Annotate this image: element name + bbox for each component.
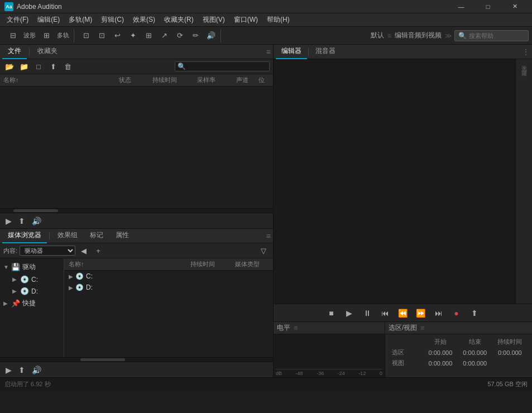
media-panel-tabs: 媒体浏览器 效果组 标记 属性 ≡ <box>0 229 273 243</box>
record-btn[interactable]: ● <box>449 306 464 320</box>
list-item-d[interactable]: ▶ 💿 D: <box>64 282 273 293</box>
maximize-button[interactable]: □ <box>475 0 501 13</box>
menu-edit[interactable]: 编辑(E) <box>33 14 64 26</box>
new-file-btn[interactable]: 📂 <box>3 61 16 72</box>
move-btn[interactable]: ⬆ <box>47 61 59 72</box>
nav-back-btn[interactable]: ◀ <box>78 245 90 256</box>
tool-btn-1[interactable]: ⊡ <box>79 29 93 42</box>
play-transport-btn[interactable]: ▶ <box>342 306 357 320</box>
new-session-btn[interactable]: □ <box>32 61 45 72</box>
file-search-icon: 🔍 <box>178 63 186 70</box>
file-search-input[interactable] <box>188 63 266 70</box>
close-button[interactable]: ✕ <box>502 0 528 13</box>
media-volume-btn[interactable]: 🔊 <box>31 364 42 376</box>
menu-multitrack[interactable]: 多轨(M) <box>64 14 97 26</box>
open-file-btn[interactable]: 📁 <box>18 61 30 72</box>
tree-label-c: C: <box>31 276 38 284</box>
editor-tabs: 编辑器 混音器 ⋮ <box>274 45 532 59</box>
menu-view[interactable]: 视图(V) <box>198 14 229 26</box>
tab-media-browser[interactable]: 媒体浏览器 <box>2 228 47 243</box>
workspace-area: 默认 ≡ 编辑音频到视频 ≫ <box>371 31 452 40</box>
minimize-button[interactable]: — <box>448 0 474 13</box>
tab-properties[interactable]: 属性 <box>110 228 135 243</box>
view-end-value[interactable]: 0:00.000 <box>458 358 492 368</box>
col-channel-header: 声道 <box>236 76 258 84</box>
col-sample-header: 采样率 <box>197 76 236 84</box>
menu-file[interactable]: 文件(F) <box>2 14 33 26</box>
content-select[interactable]: 驱动器 <box>20 246 75 256</box>
selection-menu-icon[interactable]: ≡ <box>420 324 425 332</box>
workspace-action[interactable]: 编辑音频到视频 <box>395 31 442 40</box>
file-panel-menu-icon[interactable]: ≡ <box>266 47 271 56</box>
expand-icon-drive: ▼ <box>3 264 9 270</box>
menu-window[interactable]: 窗口(W) <box>229 14 262 26</box>
view-row-label: 视图 <box>390 358 423 368</box>
play-btn[interactable]: ▶ <box>4 215 13 227</box>
media-play-btn[interactable]: ▶ <box>4 364 13 376</box>
nav-add-btn[interactable]: + <box>92 245 104 256</box>
media-left-tree: ▼ 💾 驱动 ▶ 💿 C: ▶ 💿 D: <box>0 258 64 357</box>
list-col-duration: 持续时间 <box>190 260 235 268</box>
col-duration-header: 持续时间 <box>152 76 197 84</box>
menu-favorites[interactable]: 收藏夹(R) <box>160 14 198 26</box>
d-drive-icon: 💿 <box>20 287 29 295</box>
tab-file[interactable]: 文件 <box>2 44 27 59</box>
tab-markers[interactable]: 标记 <box>84 228 109 243</box>
back-btn[interactable]: ⏪ <box>396 306 410 320</box>
export-transport-btn[interactable]: ⬆ <box>467 306 482 320</box>
waveform-icon[interactable]: ⊟ <box>6 29 20 42</box>
forward-btn[interactable]: ⏩ <box>414 306 428 320</box>
file-table-body <box>0 87 273 208</box>
tab-favorites[interactable]: 收藏夹 <box>32 44 63 59</box>
selection-body: 开始 结束 持续时间 选区 0:00.000 0:00.000 0:00.000 <box>385 334 532 377</box>
tree-item-shortcuts[interactable]: ▶ 📌 快捷 <box>0 297 64 310</box>
transport-bar: ■ ▶ ⏸ ⏮ ⏪ ⏩ ⏭ ● ⬆ <box>274 304 532 321</box>
tool-btn-4[interactable]: ✦ <box>126 29 140 42</box>
delete-btn[interactable]: 🗑 <box>61 61 74 72</box>
help-search-input[interactable] <box>469 32 525 39</box>
pause-btn[interactable]: ⏸ <box>360 306 375 320</box>
d-icon: 💿 <box>75 284 84 291</box>
level-menu-icon[interactable]: ≡ <box>294 324 298 332</box>
list-item-c[interactable]: ▶ 💿 C: <box>64 271 273 282</box>
menu-clip[interactable]: 剪辑(C) <box>97 14 128 26</box>
view-start-value[interactable]: 0:00.000 <box>423 358 458 368</box>
tree-item-c[interactable]: ▶ 💿 C: <box>9 273 64 285</box>
tool-btn-7[interactable]: ⟳ <box>172 29 187 42</box>
c-drive-icon: 💿 <box>20 275 29 284</box>
stop-btn[interactable]: ■ <box>324 306 339 320</box>
menu-help[interactable]: 帮助(H) <box>262 14 294 26</box>
sel-end-value[interactable]: 0:00.000 <box>458 347 492 358</box>
editor-area <box>274 59 515 304</box>
list-label-c: C: <box>86 272 93 280</box>
export-btn[interactable]: ⬆ <box>17 215 26 227</box>
file-search[interactable]: 🔍 <box>175 61 270 71</box>
tab-mixer[interactable]: 混音器 <box>310 44 341 59</box>
selection-panel: 选区/视图 ≡ 开始 结束 持续时间 <box>385 322 532 377</box>
media-export-btn[interactable]: ⬆ <box>17 364 26 376</box>
tool-btn-8[interactable]: ✏ <box>188 29 203 42</box>
tool-btn-6[interactable]: ↗ <box>157 29 171 42</box>
search-icon: 🔍 <box>458 32 467 40</box>
editor-panel-menu-icon[interactable]: ⋮ <box>522 47 530 56</box>
sel-start-value[interactable]: 0:00.000 <box>423 347 458 358</box>
multitrack-icon[interactable]: ⊞ <box>39 29 54 42</box>
menu-effects[interactable]: 效果(S) <box>128 14 160 26</box>
to-start-btn[interactable]: ⏮ <box>378 306 392 320</box>
tree-item-drive[interactable]: ▼ 💾 驱动 <box>0 261 64 273</box>
col-start-header: 开始 <box>423 337 458 347</box>
sel-duration-value[interactable]: 0:00.000 <box>492 347 528 358</box>
app-icon: Aa <box>4 2 13 11</box>
to-end-btn[interactable]: ⏭ <box>432 306 446 320</box>
media-panel-menu-icon[interactable]: ≡ <box>266 232 271 241</box>
help-search[interactable]: 🔍 <box>454 30 529 41</box>
tool-btn-9[interactable]: 🔊 <box>204 29 218 42</box>
filter-icon[interactable]: ▽ <box>257 245 270 256</box>
tree-item-d[interactable]: ▶ 💿 D: <box>9 285 64 297</box>
tab-editor[interactable]: 编辑器 <box>276 44 307 59</box>
tool-btn-2[interactable]: ⊡ <box>94 29 109 42</box>
volume-btn[interactable]: 🔊 <box>31 215 42 227</box>
tool-btn-5[interactable]: ⊞ <box>141 29 156 42</box>
tab-effects-group[interactable]: 效果组 <box>52 228 83 243</box>
tool-btn-3[interactable]: ↩ <box>110 29 124 42</box>
